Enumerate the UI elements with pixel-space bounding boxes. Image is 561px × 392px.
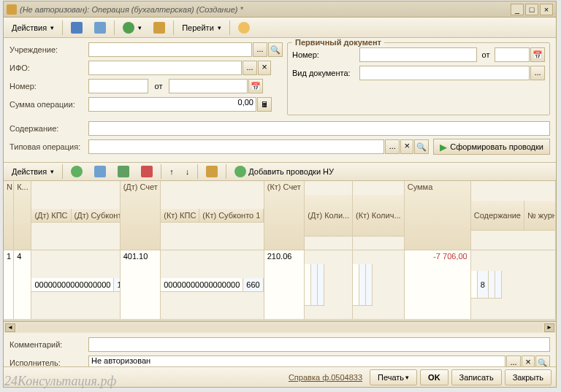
number-label: Номер: xyxy=(9,82,88,91)
pd-type-label: Вид документа: xyxy=(292,69,359,77)
minimize-button[interactable]: _ xyxy=(511,4,524,15)
typeop-clear[interactable]: × xyxy=(400,139,413,154)
main-toolbar: Действия▾ ▾ Перейти▾ xyxy=(4,18,556,38)
pd-date-input[interactable] xyxy=(495,47,530,62)
pd-calendar-icon[interactable]: 📅 xyxy=(530,47,545,62)
window-title: (Не авторизован): Операция (бухгалтерска… xyxy=(20,5,511,14)
app-icon xyxy=(7,4,17,15)
grid-actions-menu[interactable]: Действия▾ xyxy=(7,164,59,180)
add-row-icon[interactable] xyxy=(66,164,88,180)
pd-type-lookup[interactable]: ... xyxy=(530,66,545,80)
form-header: Учреждение: ... 🔍 ИФО: ... × Номер: от 📅… xyxy=(4,38,556,120)
close-window-button[interactable]: Закрыть xyxy=(505,369,552,385)
number-input[interactable] xyxy=(88,79,148,93)
col-journal[interactable]: № журнала xyxy=(524,201,556,231)
titlebar: (Не авторизован): Операция (бухгалтерска… xyxy=(4,1,556,18)
move-down-icon[interactable]: ↓ xyxy=(180,164,195,180)
add-nu-button[interactable]: Добавить проводки НУ xyxy=(229,164,339,180)
edit-icon[interactable] xyxy=(112,164,134,180)
typeop-label: Типовая операция: xyxy=(9,142,88,151)
col-dt-sub1[interactable]: (Дт) Субконто 1 xyxy=(72,209,121,223)
generate-button[interactable]: ▶Сформировать проводки xyxy=(433,139,550,155)
content-label: Содержание: xyxy=(9,124,88,133)
scroll-right-icon[interactable]: ► xyxy=(544,323,554,332)
actions-menu[interactable]: Действия▾ xyxy=(7,20,59,36)
pd-number-input[interactable] xyxy=(359,47,477,62)
col-dt-kps[interactable]: (Дт) КПС xyxy=(31,209,71,223)
col-content[interactable]: Содержание xyxy=(471,201,524,231)
grid-toolbar: Действия▾ ↑ ↓ Добавить проводки НУ xyxy=(4,162,556,181)
comment-label: Комментарий: xyxy=(9,340,88,349)
comment-input[interactable] xyxy=(88,337,550,352)
institution-label: Учреждение: xyxy=(9,45,88,54)
goto-menu[interactable]: Перейти▾ xyxy=(177,20,226,36)
primary-doc-group: Первичный документ Номер: от 📅 Вид докум… xyxy=(287,42,550,115)
ifo-clear[interactable]: × xyxy=(258,61,271,75)
col-kt-scet[interactable]: (Кт) Счет xyxy=(264,181,305,250)
world-icon[interactable]: ▾ xyxy=(118,20,147,36)
col-kt-kps[interactable]: (Кт) КПС xyxy=(161,209,199,223)
pd-number-label: Номер: xyxy=(292,50,359,59)
move-up-icon[interactable]: ↑ xyxy=(164,164,179,180)
typeop-lookup[interactable]: ... xyxy=(385,139,400,154)
help-icon[interactable] xyxy=(233,20,255,36)
date-input[interactable] xyxy=(169,79,248,93)
maximize-button[interactable]: □ xyxy=(525,4,538,15)
typeop-search-icon[interactable]: 🔍 xyxy=(414,139,429,154)
save-icon[interactable] xyxy=(66,20,88,36)
institution-input[interactable] xyxy=(88,42,252,57)
duplicate-icon[interactable] xyxy=(89,164,111,180)
institution-lookup[interactable]: ... xyxy=(253,42,267,57)
save-button[interactable]: Записать xyxy=(451,369,502,385)
copy-icon[interactable] xyxy=(89,20,111,36)
calculator-icon[interactable]: 🖩 xyxy=(257,97,272,112)
sum-label: Сумма операции: xyxy=(9,100,88,109)
col-kt-kol[interactable]: (Кт) Колич... xyxy=(353,195,405,237)
settings-icon[interactable] xyxy=(201,164,223,180)
ifo-input[interactable] xyxy=(88,61,242,75)
ifo-label: ИФО: xyxy=(9,64,88,72)
scroll-left-icon[interactable]: ◄ xyxy=(5,323,15,332)
typeop-input[interactable] xyxy=(88,139,384,154)
delete-icon[interactable] xyxy=(136,164,158,180)
close-button[interactable]: × xyxy=(540,4,553,15)
refresh-icon[interactable] xyxy=(148,20,170,36)
ok-button[interactable]: OK xyxy=(420,369,449,385)
col-dt-kol[interactable]: (Дт) Коли... xyxy=(305,195,353,237)
calendar-icon[interactable]: 📅 xyxy=(248,79,263,93)
entries-grid[interactable]: N К... (Дт) КПС (Дт) Субконто 1 (Дт) Суб… xyxy=(4,181,556,321)
reference-link[interactable]: Справка ф.0504833 xyxy=(289,373,362,382)
pd-type-input[interactable] xyxy=(359,66,530,80)
col-k[interactable]: К... xyxy=(14,181,31,250)
col-kt-sub1[interactable]: (Кт) Субконто 1 xyxy=(199,209,264,223)
pd-from-label: от xyxy=(477,50,495,59)
horizontal-scrollbar[interactable]: ◄ ► xyxy=(4,321,556,333)
institution-search-icon[interactable]: 🔍 xyxy=(268,42,283,57)
from-label: от xyxy=(148,82,169,91)
content-input[interactable] xyxy=(88,121,550,136)
ifo-lookup[interactable]: ... xyxy=(243,61,257,75)
primary-doc-title: Первичный документ xyxy=(292,38,384,47)
footer-bar: Справка ф.0504833 Печать▾ OK Записать За… xyxy=(4,366,556,387)
col-dt-scet[interactable]: (Дт) Счет xyxy=(121,181,161,250)
col-sum[interactable]: Сумма xyxy=(405,181,471,250)
col-n[interactable]: N xyxy=(4,181,14,250)
main-window: (Не авторизован): Операция (бухгалтерска… xyxy=(3,1,557,388)
table-row[interactable]: 1 4 00000000000000000 172 401.10 0000000… xyxy=(4,250,556,320)
sum-input[interactable]: 0,00 xyxy=(88,97,256,112)
print-button[interactable]: Печать▾ xyxy=(370,369,417,385)
